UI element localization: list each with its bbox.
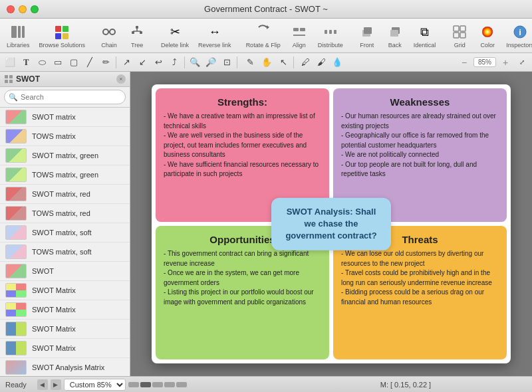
pointer-tool[interactable]: ↖ bbox=[276, 55, 291, 70]
front-icon bbox=[358, 23, 376, 41]
text-tool[interactable]: 𝐓 bbox=[19, 55, 33, 70]
list-item[interactable]: TOWS matrix, soft bbox=[0, 243, 130, 262]
list-item[interactable]: SWOT matrix bbox=[0, 108, 130, 127]
front-button[interactable]: Front bbox=[354, 21, 380, 50]
list-item[interactable]: SWOT matrix, soft bbox=[0, 223, 130, 243]
hand-tool[interactable]: ✋ bbox=[259, 55, 274, 70]
list-item[interactable]: TOWS matrix bbox=[0, 127, 130, 146]
item-label: TOWS matrix, soft bbox=[32, 248, 92, 256]
main-content: SWOT × 🔍 SWOT matrix TOWS matrix SWOT ma… bbox=[0, 72, 532, 376]
item-thumb bbox=[5, 283, 27, 298]
window-controls bbox=[7, 5, 39, 13]
distribute-button[interactable]: Distribute bbox=[314, 21, 347, 50]
svg-rect-18 bbox=[300, 28, 305, 31]
canvas-background: Strengths: - We have a creative team wit… bbox=[130, 72, 532, 376]
rotate-flip-button[interactable]: Rotate & Flip bbox=[242, 21, 285, 50]
list-item[interactable]: SWOT matrix, red bbox=[0, 185, 130, 204]
prev-page-button[interactable]: ◀ bbox=[37, 379, 48, 390]
search-input[interactable] bbox=[4, 90, 126, 104]
style-tool[interactable]: 🖊 bbox=[298, 55, 313, 70]
item-label: SWOT matrix, red bbox=[32, 190, 90, 198]
toolbar2-sep-4 bbox=[293, 56, 294, 68]
svg-rect-0 bbox=[11, 26, 17, 38]
sidebar-close-button[interactable]: × bbox=[116, 74, 126, 84]
roundrect-tool[interactable]: ▢ bbox=[66, 55, 81, 70]
chain-label: Chain bbox=[101, 42, 117, 49]
canvas-area[interactable]: Strengths: - We have a creative team wit… bbox=[130, 72, 532, 376]
close-button[interactable] bbox=[7, 5, 15, 13]
list-item[interactable]: SWOT Matrix bbox=[0, 300, 130, 320]
grid-button[interactable]: Grid bbox=[446, 21, 473, 50]
reverse-link-button[interactable]: ↔ Reverse link bbox=[194, 21, 235, 50]
back-button[interactable]: Back bbox=[382, 21, 408, 50]
item-thumb bbox=[5, 360, 27, 375]
rect-tool[interactable]: ▭ bbox=[51, 55, 65, 70]
brush-tool[interactable]: ✏ bbox=[98, 55, 113, 70]
list-item[interactable]: TOWS matrix, red bbox=[0, 204, 130, 223]
item-thumb bbox=[5, 245, 27, 259]
item-label: TOWS matrix, green bbox=[32, 171, 98, 179]
zoom-select[interactable]: Custom 85% 50% 75% 100% 125% 150% bbox=[64, 379, 126, 391]
toolbar2-sep-2 bbox=[184, 56, 185, 68]
page-indicator bbox=[128, 382, 187, 387]
chain-button[interactable]: Chain bbox=[96, 21, 122, 50]
swot-center-label: SWOT Analysis: Shall we chase the govern… bbox=[271, 198, 391, 250]
svg-text:i: i bbox=[519, 27, 521, 37]
list-item[interactable]: SWOT matrix, green bbox=[0, 146, 130, 165]
align-button[interactable]: Align bbox=[286, 21, 313, 50]
list-item[interactable]: SWOT Analysis Matrix bbox=[0, 358, 130, 376]
item-thumb bbox=[5, 167, 27, 182]
browse-solutions-button[interactable]: Browse Solutions bbox=[35, 21, 90, 50]
select-tool[interactable]: ⬜ bbox=[3, 55, 17, 70]
item-label: SWOT Matrix bbox=[32, 344, 76, 352]
sidebar-list: SWOT matrix TOWS matrix SWOT matrix, gre… bbox=[0, 108, 130, 376]
sidebar: SWOT × 🔍 SWOT matrix TOWS matrix SWOT ma… bbox=[0, 72, 130, 376]
item-label: SWOT matrix bbox=[32, 113, 76, 121]
list-item[interactable]: SWOT bbox=[0, 262, 130, 281]
inspectors-icon: i bbox=[511, 23, 529, 41]
svg-rect-21 bbox=[329, 30, 332, 34]
minimize-button[interactable] bbox=[19, 5, 27, 13]
zoom-minus-btn[interactable]: − bbox=[457, 55, 471, 70]
page-bar-1 bbox=[128, 382, 139, 387]
back-icon bbox=[386, 23, 404, 41]
list-item[interactable]: SWOT Matrix bbox=[0, 339, 130, 358]
list-item[interactable]: TOWS matrix, green bbox=[0, 165, 130, 185]
tree-button[interactable]: Tree bbox=[124, 21, 150, 50]
color-button[interactable]: Color bbox=[474, 21, 501, 50]
inspectors-button[interactable]: i Inspectors bbox=[502, 21, 532, 50]
svg-rect-2 bbox=[22, 26, 25, 38]
swot-diagram[interactable]: Strengths: - We have a creative team wit… bbox=[152, 84, 511, 363]
zoom-level[interactable]: 85% bbox=[473, 57, 496, 67]
fit-page-tool[interactable]: ⊡ bbox=[219, 55, 234, 70]
zoom-in-tool[interactable]: 🔍 bbox=[188, 55, 202, 70]
identical-icon: ⧉ bbox=[415, 23, 434, 41]
libraries-button[interactable]: Libraries bbox=[3, 21, 34, 50]
connection-tool[interactable]: ↗ bbox=[119, 55, 134, 70]
svg-rect-38 bbox=[9, 80, 13, 83]
eyedrop-tool[interactable]: 💧 bbox=[330, 55, 344, 70]
elbow-tool[interactable]: ↙ bbox=[135, 55, 150, 70]
statusbar: Ready ◀ ▶ Custom 85% 50% 75% 100% 125% 1… bbox=[0, 376, 532, 392]
delete-link-button[interactable]: ✂ Delete link bbox=[157, 21, 193, 50]
item-thumb bbox=[5, 148, 27, 163]
line-tool[interactable]: ╱ bbox=[82, 55, 97, 70]
delete-link-label: Delete link bbox=[161, 42, 189, 49]
oval-tool[interactable]: ⬭ bbox=[35, 55, 49, 70]
item-thumb bbox=[5, 187, 27, 201]
identical-button[interactable]: ⧉ Identical bbox=[410, 21, 440, 50]
zoom-out-tool[interactable]: 🔎 bbox=[203, 55, 218, 70]
list-item[interactable]: SWOT Matrix bbox=[0, 320, 130, 339]
secondary-toolbar: ⬜ 𝐓 ⬭ ▭ ▢ ╱ ✏ ↗ ↙ ↩ ⤴ 🔍 🔎 ⊡ ✎ ✋ ↖ 🖊 🖌 💧 … bbox=[0, 53, 532, 72]
next-page-button[interactable]: ▶ bbox=[51, 379, 61, 390]
browse-solutions-icon bbox=[53, 23, 71, 41]
edit-tool[interactable]: ✎ bbox=[243, 55, 257, 70]
paint-tool[interactable]: 🖌 bbox=[314, 55, 329, 70]
sidebar-grid-icon bbox=[4, 74, 13, 84]
curve-tool[interactable]: ⤴ bbox=[167, 55, 182, 70]
zoom-plus-btn[interactable]: + bbox=[498, 55, 513, 70]
maximize-button[interactable] bbox=[31, 5, 39, 13]
orthogonal-tool[interactable]: ↩ bbox=[151, 55, 166, 70]
zoom-fit-btn[interactable]: ⤢ bbox=[515, 55, 529, 70]
list-item[interactable]: SWOT Matrix bbox=[0, 281, 130, 300]
